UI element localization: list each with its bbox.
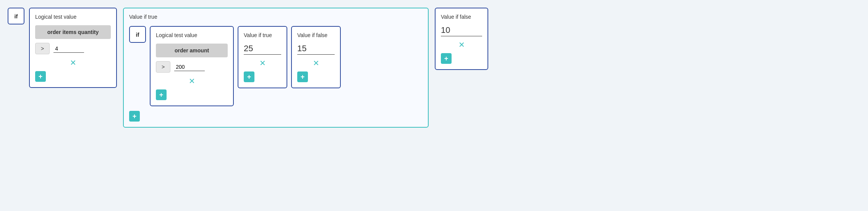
inner-if-badge[interactable]: if [129,26,146,43]
left-if-badge[interactable]: if [8,8,24,24]
inner-delete-icon[interactable]: ✕ [156,76,228,86]
left-field-button[interactable]: order items quantity [35,25,111,39]
inner-logical-test-label: Logical test value [156,32,228,38]
right-value: 10 [441,25,482,36]
nested-true-value: 25 [244,44,281,55]
left-add-button[interactable]: + [35,71,46,82]
inner-if-row: if Logical test value order amount > ✕ + [129,26,234,106]
right-value-if-false-label: Value if false [441,14,482,20]
nested-false-delete-icon[interactable]: ✕ [297,58,335,68]
middle-nested-cols: if Logical test value order amount > ✕ +… [129,26,423,106]
inner-logical-test-card: Logical test value order amount > ✕ + [150,26,234,106]
right-delete-icon[interactable]: ✕ [441,40,482,49]
left-section: if Logical test value order items quanti… [8,8,117,88]
inner-field-button[interactable]: order amount [156,44,228,57]
middle-section: Value if true if Logical test value orde… [123,8,429,128]
nested-value-if-true-card: Value if true 25 ✕ + [238,26,287,88]
nested-false-add-button[interactable]: + [297,71,308,82]
left-delete-icon[interactable]: ✕ [35,58,111,67]
left-logical-test-label: Logical test value [35,14,111,20]
left-logical-test-card: Logical test value order items quantity … [29,8,117,88]
inner-operator-button[interactable]: > [156,61,170,73]
nested-false-value: 15 [297,44,335,55]
nested-true-add-button[interactable]: + [244,71,254,82]
nested-value-if-false-card: Value if false 15 ✕ + [291,26,341,88]
inner-value-input[interactable] [174,63,205,71]
left-value-input[interactable] [53,45,84,53]
nested-true-delete-icon[interactable]: ✕ [244,58,281,68]
nested-false-label: Value if false [297,32,335,38]
left-operator-row: > [35,43,111,54]
right-add-button[interactable]: + [441,53,452,64]
middle-value-if-true-label: Value if true [129,14,423,20]
left-operator-button[interactable]: > [35,43,50,54]
inner-operator-row: > [156,61,228,73]
nested-true-label: Value if true [244,32,281,38]
middle-outer-add-button[interactable]: + [129,111,140,122]
right-section: Value if false 10 ✕ + [435,8,488,70]
inner-add-button[interactable]: + [156,89,167,100]
